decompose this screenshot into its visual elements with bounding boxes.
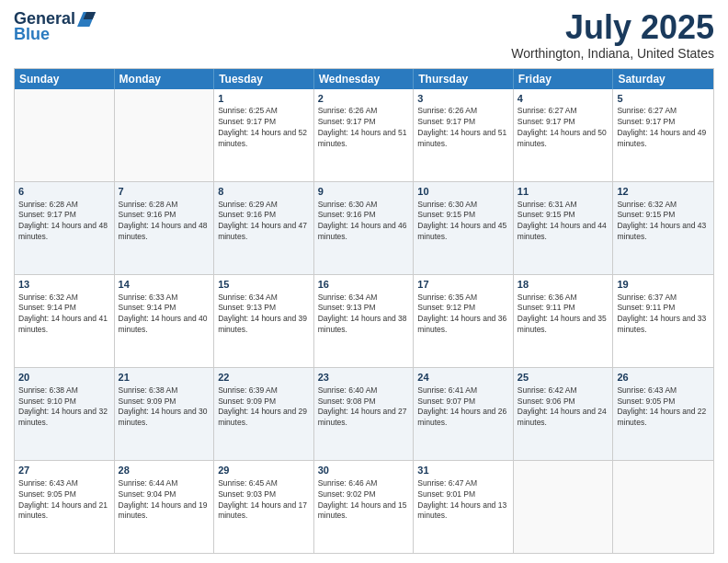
cell-day-number: 15 [218, 278, 310, 292]
logo-blue: Blue [14, 25, 50, 44]
cell-info: Sunrise: 6:30 AM Sunset: 9:16 PM Dayligh… [318, 200, 410, 244]
cell-info: Sunrise: 6:31 AM Sunset: 9:15 PM Dayligh… [518, 200, 609, 244]
cell-info: Sunrise: 6:47 AM Sunset: 9:01 PM Dayligh… [417, 478, 509, 523]
cell-day-number: 29 [218, 464, 310, 477]
cal-cell-2-0: 13Sunrise: 6:32 AM Sunset: 9:14 PM Dayli… [15, 275, 115, 367]
cell-info: Sunrise: 6:26 AM Sunset: 9:17 PM Dayligh… [318, 106, 410, 150]
cal-cell-4-1: 28Sunrise: 6:44 AM Sunset: 9:04 PM Dayli… [115, 461, 215, 553]
cal-cell-0-4: 3Sunrise: 6:26 AM Sunset: 9:17 PM Daylig… [414, 89, 514, 181]
cal-cell-4-2: 29Sunrise: 6:45 AM Sunset: 9:03 PM Dayli… [214, 461, 314, 553]
cal-cell-0-1 [115, 89, 215, 181]
cal-cell-3-2: 22Sunrise: 6:39 AM Sunset: 9:09 PM Dayli… [214, 368, 314, 460]
cell-info: Sunrise: 6:33 AM Sunset: 9:14 PM Dayligh… [119, 293, 210, 337]
cell-info: Sunrise: 6:27 AM Sunset: 9:17 PM Dayligh… [518, 106, 609, 150]
cell-day-number: 14 [119, 278, 210, 292]
cal-cell-1-5: 11Sunrise: 6:31 AM Sunset: 9:15 PM Dayli… [514, 182, 614, 274]
cal-cell-0-3: 2Sunrise: 6:26 AM Sunset: 9:17 PM Daylig… [314, 89, 415, 181]
calendar-header: SundayMondayTuesdayWednesdayThursdayFrid… [15, 69, 713, 89]
cell-day-number: 12 [617, 185, 710, 199]
cal-cell-4-3: 30Sunrise: 6:46 AM Sunset: 9:02 PM Dayli… [314, 461, 415, 553]
header-day-wednesday: Wednesday [314, 69, 415, 89]
cell-day-number: 19 [617, 278, 710, 292]
logo: General Blue [14, 9, 96, 44]
cell-info: Sunrise: 6:32 AM Sunset: 9:14 PM Dayligh… [18, 293, 110, 337]
cal-cell-2-4: 17Sunrise: 6:35 AM Sunset: 9:12 PM Dayli… [414, 275, 514, 367]
cell-info: Sunrise: 6:34 AM Sunset: 9:13 PM Dayligh… [218, 293, 310, 337]
cell-info: Sunrise: 6:38 AM Sunset: 9:10 PM Dayligh… [18, 385, 110, 430]
cell-day-number: 16 [318, 278, 410, 292]
cell-day-number: 5 [617, 92, 710, 106]
cell-info: Sunrise: 6:35 AM Sunset: 9:12 PM Dayligh… [417, 293, 509, 337]
cell-day-number: 25 [518, 371, 609, 385]
cell-info: Sunrise: 6:25 AM Sunset: 9:17 PM Dayligh… [218, 106, 310, 150]
page: General Blue July 2025 Worthington, Indi… [0, 0, 728, 563]
cell-day-number: 4 [518, 92, 609, 106]
cell-day-number: 9 [318, 185, 410, 199]
cal-cell-2-1: 14Sunrise: 6:33 AM Sunset: 9:14 PM Dayli… [115, 275, 215, 367]
cell-info: Sunrise: 6:34 AM Sunset: 9:13 PM Dayligh… [318, 293, 410, 337]
cell-day-number: 1 [218, 92, 310, 106]
cal-cell-1-4: 10Sunrise: 6:30 AM Sunset: 9:15 PM Dayli… [414, 182, 514, 274]
header-day-tuesday: Tuesday [214, 69, 314, 89]
header-day-thursday: Thursday [414, 69, 514, 89]
cal-cell-1-2: 8Sunrise: 6:29 AM Sunset: 9:16 PM Daylig… [214, 182, 314, 274]
cell-info: Sunrise: 6:43 AM Sunset: 9:05 PM Dayligh… [617, 385, 710, 430]
cell-info: Sunrise: 6:46 AM Sunset: 9:02 PM Dayligh… [318, 478, 410, 523]
cell-day-number: 2 [318, 92, 410, 106]
cal-cell-2-6: 19Sunrise: 6:37 AM Sunset: 9:11 PM Dayli… [613, 275, 713, 367]
logo-icon [77, 10, 96, 29]
cell-info: Sunrise: 6:32 AM Sunset: 9:15 PM Dayligh… [617, 200, 710, 244]
cell-info: Sunrise: 6:30 AM Sunset: 9:15 PM Dayligh… [417, 200, 509, 244]
cal-cell-1-6: 12Sunrise: 6:32 AM Sunset: 9:15 PM Dayli… [613, 182, 713, 274]
cal-cell-2-2: 15Sunrise: 6:34 AM Sunset: 9:13 PM Dayli… [214, 275, 314, 367]
cal-cell-3-6: 26Sunrise: 6:43 AM Sunset: 9:05 PM Dayli… [613, 368, 713, 460]
cal-row-0: 1Sunrise: 6:25 AM Sunset: 9:17 PM Daylig… [15, 89, 713, 181]
cal-cell-2-3: 16Sunrise: 6:34 AM Sunset: 9:13 PM Dayli… [314, 275, 415, 367]
cal-cell-4-5 [514, 461, 614, 553]
cal-cell-1-1: 7Sunrise: 6:28 AM Sunset: 9:16 PM Daylig… [115, 182, 215, 274]
header-day-saturday: Saturday [613, 69, 713, 89]
calendar: SundayMondayTuesdayWednesdayThursdayFrid… [14, 68, 714, 554]
cell-day-number: 30 [318, 464, 410, 477]
cell-info: Sunrise: 6:39 AM Sunset: 9:09 PM Dayligh… [218, 385, 310, 430]
cell-day-number: 31 [417, 464, 509, 477]
cell-info: Sunrise: 6:38 AM Sunset: 9:09 PM Dayligh… [119, 385, 210, 430]
cal-cell-1-3: 9Sunrise: 6:30 AM Sunset: 9:16 PM Daylig… [314, 182, 415, 274]
cell-day-number: 13 [18, 278, 110, 292]
cell-info: Sunrise: 6:44 AM Sunset: 9:04 PM Dayligh… [119, 478, 210, 523]
title-block: July 2025 Worthington, Indiana, United S… [511, 9, 714, 61]
header-day-monday: Monday [115, 69, 215, 89]
cell-day-number: 24 [417, 371, 509, 385]
cell-info: Sunrise: 6:41 AM Sunset: 9:07 PM Dayligh… [417, 385, 509, 430]
cell-day-number: 11 [518, 185, 609, 199]
cal-cell-3-4: 24Sunrise: 6:41 AM Sunset: 9:07 PM Dayli… [414, 368, 514, 460]
cell-info: Sunrise: 6:42 AM Sunset: 9:06 PM Dayligh… [518, 385, 609, 430]
cal-cell-3-0: 20Sunrise: 6:38 AM Sunset: 9:10 PM Dayli… [15, 368, 115, 460]
cal-cell-0-2: 1Sunrise: 6:25 AM Sunset: 9:17 PM Daylig… [214, 89, 314, 181]
cal-row-4: 27Sunrise: 6:43 AM Sunset: 9:05 PM Dayli… [15, 460, 713, 553]
cell-day-number: 7 [119, 185, 210, 199]
cal-row-1: 6Sunrise: 6:28 AM Sunset: 9:17 PM Daylig… [15, 181, 713, 274]
cal-cell-4-0: 27Sunrise: 6:43 AM Sunset: 9:05 PM Dayli… [15, 461, 115, 553]
cell-day-number: 27 [18, 464, 110, 477]
cell-day-number: 22 [218, 371, 310, 385]
cell-day-number: 8 [218, 185, 310, 199]
cell-info: Sunrise: 6:43 AM Sunset: 9:05 PM Dayligh… [18, 478, 110, 523]
cell-info: Sunrise: 6:26 AM Sunset: 9:17 PM Dayligh… [417, 106, 509, 150]
subtitle: Worthington, Indiana, United States [511, 46, 714, 61]
cal-cell-1-0: 6Sunrise: 6:28 AM Sunset: 9:17 PM Daylig… [15, 182, 115, 274]
cal-row-2: 13Sunrise: 6:32 AM Sunset: 9:14 PM Dayli… [15, 274, 713, 367]
cell-day-number: 20 [18, 371, 110, 385]
cell-day-number: 26 [617, 371, 710, 385]
cal-cell-0-0 [15, 89, 115, 181]
cell-info: Sunrise: 6:28 AM Sunset: 9:16 PM Dayligh… [119, 200, 210, 244]
cell-info: Sunrise: 6:45 AM Sunset: 9:03 PM Dayligh… [218, 478, 310, 523]
cal-cell-3-3: 23Sunrise: 6:40 AM Sunset: 9:08 PM Dayli… [314, 368, 415, 460]
cell-info: Sunrise: 6:36 AM Sunset: 9:11 PM Dayligh… [518, 293, 609, 337]
main-title: July 2025 [511, 9, 714, 46]
calendar-body: 1Sunrise: 6:25 AM Sunset: 9:17 PM Daylig… [15, 89, 713, 553]
cal-row-3: 20Sunrise: 6:38 AM Sunset: 9:10 PM Dayli… [15, 367, 713, 460]
cal-cell-4-6 [613, 461, 713, 553]
header-day-sunday: Sunday [15, 69, 115, 89]
cell-info: Sunrise: 6:37 AM Sunset: 9:11 PM Dayligh… [617, 293, 710, 337]
